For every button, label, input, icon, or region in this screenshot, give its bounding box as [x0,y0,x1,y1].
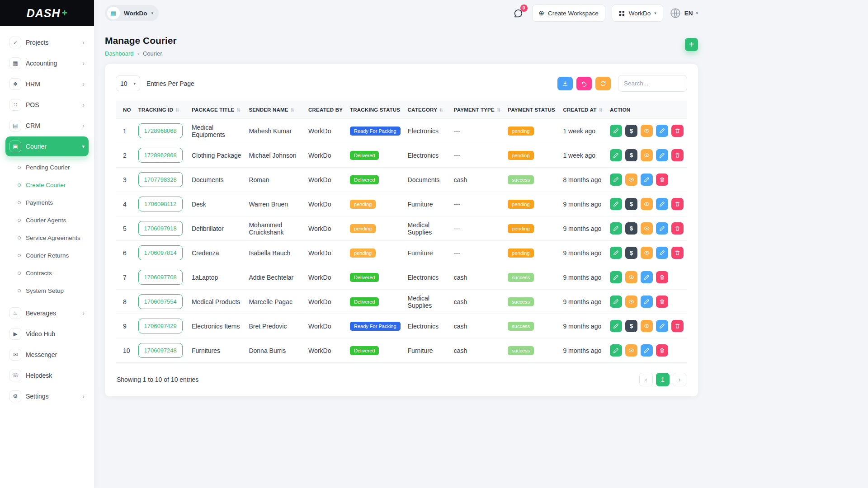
view-button[interactable] [625,296,637,308]
language-switcher[interactable]: EN ▾ [670,7,698,19]
tracking-id-button[interactable]: 1707798328 [138,172,183,187]
update-button[interactable] [656,247,668,259]
refresh-button[interactable] [595,77,611,90]
sidebar-item-helpdesk[interactable]: ☏Helpdesk [5,366,89,385]
sidebar-subitem-pending-courier[interactable]: Pending Courier [5,159,89,176]
cell-created-at: 1 week ago [559,143,606,168]
edit-button[interactable] [610,344,622,357]
edit-button[interactable] [610,247,622,259]
update-button[interactable] [641,174,653,186]
sidebar-subitem-courier-returns[interactable]: Courier Returns [5,247,89,264]
sidebar-subitem-courier-agents[interactable]: Courier Agents [5,211,89,229]
column-header-payment_type[interactable]: PAYMENT TYPE⇅ [450,101,505,119]
delete-button[interactable] [671,198,684,210]
update-button[interactable] [656,125,668,137]
sidebar-subitem-system-setup[interactable]: System Setup [5,282,89,300]
sidebar-item-messenger[interactable]: ✉Messenger [5,345,89,365]
tracking-id-button[interactable]: 1728962868 [138,148,183,163]
view-button[interactable] [641,320,653,332]
sidebar-item-beverages[interactable]: ♨Beverages› [5,303,89,323]
page-1-button[interactable]: 1 [656,373,670,386]
view-button[interactable] [641,198,653,210]
column-header-no: NO [116,101,135,119]
view-button[interactable] [625,174,637,186]
delete-button[interactable] [671,149,684,161]
undo-button[interactable] [576,77,592,90]
view-button[interactable] [625,344,637,357]
payment-button[interactable]: $ [625,125,637,137]
sidebar-item-video-hub[interactable]: ▶Video Hub [5,324,89,344]
sidebar-subitem-payments[interactable]: Payments [5,194,89,211]
entries-per-page-select[interactable]: 10 ▾ [116,75,140,91]
tracking-id-button[interactable]: 1706098112 [138,197,183,211]
edit-button[interactable] [610,222,622,235]
delete-button[interactable] [656,271,668,283]
update-button[interactable] [641,344,653,357]
sidebar-subitem-service-agreements[interactable]: Service Agreements [5,229,89,247]
edit-button[interactable] [610,320,622,332]
delete-button[interactable] [671,320,684,332]
download-button[interactable] [557,77,573,90]
search-input[interactable] [618,75,687,92]
delete-button[interactable] [671,247,684,259]
sidebar-item-pos[interactable]: ∷POS› [5,95,89,115]
delete-button[interactable] [656,296,668,308]
tracking-id-button[interactable]: 1728968068 [138,123,183,138]
pencil-icon [659,201,665,207]
payment-button[interactable]: $ [625,247,637,259]
update-button[interactable] [656,149,668,161]
sidebar-item-projects[interactable]: ✓Projects› [5,33,89,52]
workdo-menu-button[interactable]: WorkDo ▾ [612,5,663,22]
messages-button[interactable]: 0 [513,7,526,20]
add-courier-button[interactable]: + [685,38,698,51]
update-button[interactable] [656,222,668,235]
breadcrumb-dashboard-link[interactable]: Dashboard [105,50,134,57]
view-button[interactable] [641,125,653,137]
app-logo[interactable]: DASH + [0,0,94,26]
edit-button[interactable] [610,296,622,308]
update-button[interactable] [656,320,668,332]
tracking-id-button[interactable]: 1706097248 [138,343,183,358]
tracking-id-button[interactable]: 1706097814 [138,245,183,260]
edit-button[interactable] [610,198,622,210]
payment-button[interactable]: $ [625,222,637,235]
sidebar-item-hrm[interactable]: ❖HRM› [5,74,89,94]
delete-button[interactable] [656,174,668,186]
delete-button[interactable] [671,125,684,137]
sidebar-subitem-create-courier[interactable]: Create Courier [5,176,89,194]
payment-button[interactable]: $ [625,320,637,332]
sidebar-item-courier[interactable]: ▣Courier▾ [5,136,89,156]
sidebar-item-settings[interactable]: ⚙Settings› [5,386,89,406]
update-button[interactable] [641,271,653,283]
tracking-id-button[interactable]: 1706097429 [138,319,183,333]
tracking-id-button[interactable]: 1706097708 [138,270,183,285]
edit-button[interactable] [610,125,622,137]
column-header-package_title[interactable]: PACKAGE TITLE⇅ [188,101,245,119]
edit-button[interactable] [610,149,622,161]
view-button[interactable] [625,271,637,283]
sidebar-subitem-contracts[interactable]: Contracts [5,264,89,282]
tracking-id-button[interactable]: 1706097554 [138,294,183,309]
view-button[interactable] [641,222,653,235]
update-button[interactable] [641,296,653,308]
sidebar-item-accounting[interactable]: ▦Accounting› [5,53,89,73]
next-page-button[interactable]: › [673,373,686,386]
column-header-tracking_id[interactable]: TRACKING ID⇅ [135,101,188,119]
tracking-id-button[interactable]: 1706097918 [138,221,183,236]
column-header-category[interactable]: CATEGORY⇅ [404,101,450,119]
edit-button[interactable] [610,271,622,283]
sidebar-item-crm[interactable]: ▤CRM› [5,116,89,136]
column-header-created_at[interactable]: CREATED AT⇅ [559,101,606,119]
delete-button[interactable] [656,344,668,357]
delete-button[interactable] [671,222,684,235]
payment-button[interactable]: $ [625,149,637,161]
column-header-sender_name[interactable]: SENDER NAME⇅ [245,101,305,119]
update-button[interactable] [656,198,668,210]
workspace-switcher[interactable]: ▦ WorkDo ▾ [105,5,159,21]
payment-button[interactable]: $ [625,198,637,210]
previous-page-button[interactable]: ‹ [639,373,653,386]
view-button[interactable] [641,149,653,161]
view-button[interactable] [641,247,653,259]
edit-button[interactable] [610,174,622,186]
create-workspace-button[interactable]: ⊕ Create Workspace [532,5,605,22]
